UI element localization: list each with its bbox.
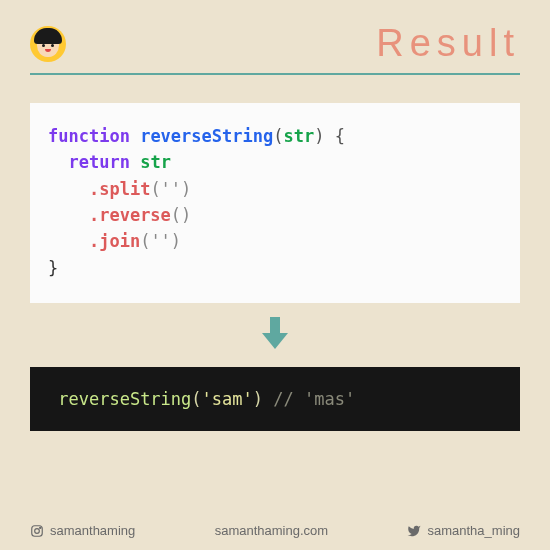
method-split: .split (89, 179, 150, 199)
call-arg: 'sam' (202, 389, 253, 409)
paren-close-brace: ) { (314, 126, 345, 146)
svg-point-4 (40, 527, 41, 528)
result-comment: // 'mas' (273, 389, 355, 409)
instagram-label: samanthaming (50, 523, 135, 538)
code-block-result: reverseString('sam') // 'mas' (30, 367, 520, 431)
split-args: ('') (150, 179, 191, 199)
page-title: Result (376, 22, 520, 65)
website-link[interactable]: samanthaming.com (215, 523, 328, 538)
method-join: .join (89, 231, 140, 251)
call-paren-close: ) (253, 389, 263, 409)
arrow-down-icon (0, 315, 550, 357)
method-reverse: .reverse (89, 205, 171, 225)
avatar (30, 26, 66, 62)
join-args: ('') (140, 231, 181, 251)
footer: samanthaming samanthaming.com samantha_m… (30, 523, 520, 538)
svg-point-3 (35, 528, 40, 533)
function-name: reverseString (140, 126, 273, 146)
twitter-label: samantha_ming (427, 523, 520, 538)
header: Result (0, 0, 550, 73)
code-block-definition: function reverseString(str) { return str… (30, 103, 520, 303)
twitter-icon (407, 524, 421, 538)
reverse-args: () (171, 205, 191, 225)
call-paren-open: ( (191, 389, 201, 409)
instagram-icon (30, 524, 44, 538)
twitter-handle[interactable]: samantha_ming (407, 523, 520, 538)
svg-marker-1 (262, 333, 288, 349)
return-var: str (140, 152, 171, 172)
instagram-handle[interactable]: samanthaming (30, 523, 135, 538)
keyword-return: return (68, 152, 129, 172)
svg-rect-0 (270, 317, 280, 333)
header-divider (30, 73, 520, 75)
param-str: str (283, 126, 314, 146)
call-fn-name: reverseString (58, 389, 191, 409)
close-brace: } (48, 258, 58, 278)
website-label: samanthaming.com (215, 523, 328, 538)
keyword-function: function (48, 126, 130, 146)
paren-open: ( (273, 126, 283, 146)
